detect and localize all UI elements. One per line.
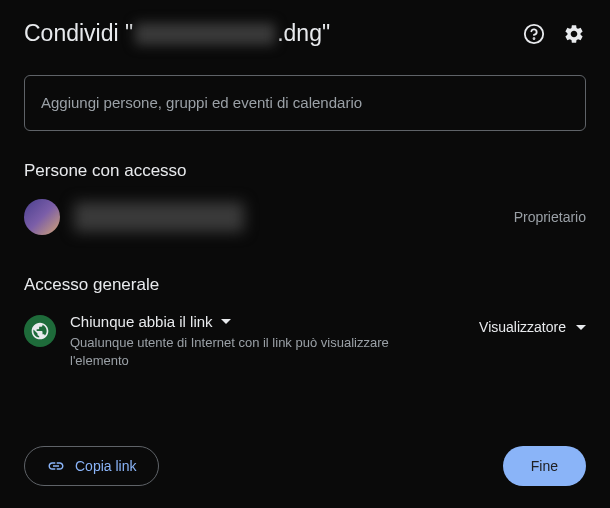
access-scope-dropdown[interactable]: Chiunque abbia il link (70, 313, 410, 330)
role-label: Visualizzatore (479, 319, 566, 335)
done-button[interactable]: Fine (503, 446, 586, 486)
person-name-redacted (74, 202, 244, 232)
owner-role-label: Proprietario (514, 209, 586, 225)
role-dropdown[interactable]: Visualizzatore (479, 313, 586, 335)
copy-link-button[interactable]: Copia link (24, 446, 159, 486)
people-section-title: Persone con accesso (24, 161, 586, 181)
link-icon (47, 457, 65, 475)
person-row: Proprietario (24, 199, 586, 235)
chevron-down-icon (576, 325, 586, 330)
dialog-title: Condividi " .dng" (24, 20, 330, 47)
copy-link-label: Copia link (75, 458, 136, 474)
avatar (24, 199, 60, 235)
globe-icon (24, 315, 56, 347)
gear-icon[interactable] (562, 22, 586, 46)
title-prefix: Condividi " (24, 20, 133, 47)
title-suffix: .dng" (277, 20, 330, 47)
general-access-title: Accesso generale (24, 275, 586, 295)
access-description: Qualunque utente di Internet con il link… (70, 334, 410, 370)
access-scope-label: Chiunque abbia il link (70, 313, 213, 330)
svg-point-1 (534, 38, 535, 39)
input-placeholder: Aggiungi persone, gruppi ed eventi di ca… (41, 94, 362, 111)
help-icon[interactable] (522, 22, 546, 46)
filename-redacted (135, 23, 275, 45)
chevron-down-icon (221, 319, 231, 324)
add-people-input[interactable]: Aggiungi persone, gruppi ed eventi di ca… (24, 75, 586, 131)
